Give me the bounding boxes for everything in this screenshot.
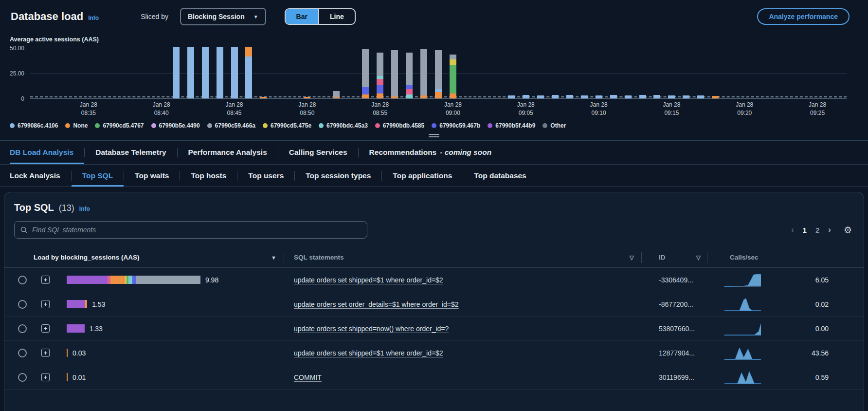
id-column-header[interactable]: ID ▽ [642,247,707,267]
legend-item-67990b5e-4490[interactable]: 67990b5e.4490 [151,122,200,129]
chart-bar[interactable] [333,91,340,98]
subtab-top-session-types[interactable]: Top session types [295,165,381,187]
sql-statement-link[interactable]: update orders set shipped=$1 where order… [294,276,443,284]
calls-sparkline [724,321,761,336]
chart-bar[interactable] [391,50,398,98]
chart-bar[interactable] [377,53,383,98]
row-radio-button[interactable] [18,349,27,357]
legend-item-67990cd5-4767[interactable]: 67990cd5.4767 [95,122,144,129]
chart-bar[interactable] [712,96,719,98]
page-2-button[interactable]: 2 [815,226,819,234]
legend-item-67990cd5-475e[interactable]: 67990cd5.475e [263,122,311,129]
chart-bar[interactable] [362,49,369,98]
settings-gear-icon[interactable]: ⚙ [844,224,852,236]
chart-bar[interactable] [435,50,442,98]
chart-bar[interactable] [552,95,559,98]
tab-database-telemetry[interactable]: Database Telemetry [85,141,177,164]
legend-item-67990bdc-45a3[interactable]: 67990bdc.45a3 [319,122,368,129]
row-radio-button[interactable] [18,373,27,382]
next-page-button[interactable]: › [828,225,831,235]
previous-page-button[interactable]: ‹ [791,225,794,235]
coming-soon-label: - coming soon [440,148,491,157]
expand-row-button[interactable] [41,300,50,308]
spark-cell [707,268,761,292]
expand-row-button[interactable] [41,276,50,284]
calls-column-header[interactable]: Calls/sec [707,247,864,267]
line-toggle-button[interactable]: Line [318,9,355,24]
chart-bar[interactable] [697,95,704,98]
chart-bar[interactable] [231,47,238,98]
chart-bar[interactable] [610,95,617,98]
expand-row-button[interactable] [41,349,50,357]
chart-bar[interactable] [537,95,544,98]
legend-item-67990bdb-4585[interactable]: 67990bdb.4585 [375,122,424,129]
tab-db-load-analysis[interactable]: DB Load Analysis [10,141,84,164]
sql-sort-icon[interactable]: ▽ [630,254,634,261]
page-1-button[interactable]: 1 [803,226,807,234]
chart-bar[interactable] [245,47,252,98]
subtab-top-users[interactable]: Top users [237,165,294,187]
subtab-top-sql[interactable]: Top SQL [72,165,124,187]
sql-search[interactable] [14,221,367,239]
chart-bar[interactable] [202,47,209,98]
chart-bar[interactable] [625,95,632,98]
legend-item-67990b5f-44b9[interactable]: 67990b5f.44b9 [488,122,535,129]
chart-bar[interactable] [523,95,529,98]
tab-performance-analysis[interactable]: Performance Analysis [178,141,278,164]
x-axis-tick: Jan 2808:35 [80,101,97,117]
chart-bar[interactable] [187,47,194,98]
subtab-top-waits[interactable]: Top waits [124,165,180,187]
row-radio-button[interactable] [18,276,27,284]
slice-by-dropdown[interactable]: Blocking Session ▼ [180,8,266,25]
expand-row-button[interactable] [41,373,50,381]
load-column-header[interactable]: Load by blocking_sessions (AAS) ▼ [28,247,284,267]
bar-toggle-button[interactable]: Bar [286,9,318,24]
chart-bar[interactable] [173,47,180,98]
subtab-top-hosts[interactable]: Top hosts [180,165,237,187]
chart-bar[interactable] [304,97,310,98]
legend-item-other[interactable]: Other [542,122,566,129]
bar-segment-orange [362,94,369,98]
tab-recommendations[interactable]: Recommendations- coming soon [359,141,503,164]
chart-bar[interactable] [420,49,427,98]
sql-search-input[interactable] [32,226,361,234]
row-radio-button[interactable] [18,324,27,333]
subtab-lock-analysis[interactable]: Lock Analysis [10,165,71,187]
chart-bar[interactable] [596,95,602,99]
chart-bar[interactable] [450,55,456,98]
sql-statement-link[interactable]: update orders set shipped=$1 where order… [294,349,443,357]
chart-bar[interactable] [260,97,267,98]
chart-bar[interactable] [406,53,413,98]
tab-calling-services[interactable]: Calling Services [278,141,358,164]
row-radio-button[interactable] [18,300,27,309]
expand-row-button[interactable] [41,324,50,333]
top-sql-info-link[interactable]: Info [79,206,90,212]
legend-item-6799086c-4106[interactable]: 6799086c.4106 [10,122,58,129]
db-load-info-link[interactable]: Info [88,15,99,21]
x-axis-tick: Jan 2809:25 [809,101,826,117]
id-sort-icon[interactable]: ▽ [696,254,701,261]
sql-statement-link[interactable]: update orders set shipped=now() where or… [294,325,449,333]
subtab-top-applications[interactable]: Top applications [382,165,463,187]
stacked-bar-chart-plot[interactable]: Jan 2808:35Jan 2808:40Jan 2808:45Jan 280… [30,48,847,99]
analyze-performance-button[interactable]: Analyze performance [757,8,850,25]
sql-statement-link[interactable]: update orders set order_details=$1 where… [294,300,459,308]
legend-item-67990c59-466a[interactable]: 67990c59.466a [207,122,255,129]
chart-resize-handle[interactable] [429,134,439,137]
chart-bar[interactable] [508,95,515,98]
sort-descending-icon[interactable]: ▼ [271,255,276,261]
legend-item-none[interactable]: None [65,122,88,129]
legend-item-67990c59-467b[interactable]: 67990c59.467b [432,122,480,129]
chart-bar[interactable] [566,95,573,98]
sql-statement-link[interactable]: COMMIT [294,374,322,381]
chart-bar[interactable] [668,95,675,98]
chart-bar[interactable] [217,47,223,98]
legend-color-dot [151,123,156,128]
subtab-top-databases[interactable]: Top databases [463,165,537,187]
chart-bar[interactable] [581,95,588,98]
chart-bar[interactable] [683,95,689,99]
chart-bar[interactable] [639,95,646,98]
load-bar [67,324,85,333]
chart-bar[interactable] [653,95,660,98]
sql-column-header[interactable]: SQL statements ▽ [284,247,642,267]
